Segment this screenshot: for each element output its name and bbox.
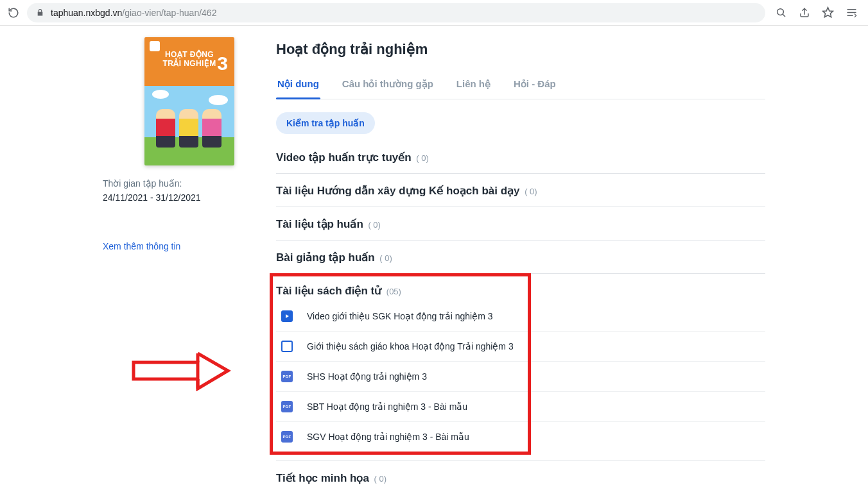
pdf-icon: PDF: [281, 371, 293, 382]
svg-marker-2: [823, 8, 833, 17]
sidebar: HOẠT ĐỘNG TRẢI NGHIỆM 3 Thời gian tập hu…: [0, 37, 276, 490]
main-content: Hoạt động trải nghiệm Nội dung Câu hỏi t…: [276, 37, 868, 490]
star-icon[interactable]: [822, 6, 834, 19]
resource-item[interactable]: Giới thiệu sách giáo khoa Hoạt động Trải…: [276, 331, 765, 361]
address-bar[interactable]: taphuan.nxbgd.vn/giao-vien/tap-huan/462: [27, 3, 765, 22]
reload-icon[interactable]: [6, 6, 21, 20]
svg-rect-6: [134, 362, 198, 379]
section-items: Video giới thiệu SGK Hoạt động trải nghi…: [276, 301, 765, 452]
slide-icon: [281, 341, 293, 352]
section[interactable]: Tài liệu tập huấn ( 0): [276, 207, 765, 241]
kid-illustration: [179, 109, 198, 148]
resource-item[interactable]: PDFSBT Hoạt động trải nghiệm 3 - Bài mẫu: [276, 391, 765, 421]
section-title: Tài liệu Hướng dẫn xây dựng Kế hoạch bài…: [276, 185, 520, 197]
section-title: Tài liệu tập huấn: [276, 218, 363, 230]
section[interactable]: Video tập huấn trực tuyến ( 0): [276, 140, 765, 174]
url-host: taphuan.nxbgd.vn: [51, 8, 122, 18]
kid-illustration: [156, 109, 175, 148]
resource-item[interactable]: PDFSGV Hoạt động trải nghiệm 3 - Bài mẫu: [276, 421, 765, 452]
zoom-icon[interactable]: [776, 7, 787, 19]
browser-toolbar: taphuan.nxbgd.vn/giao-vien/tap-huan/462: [0, 0, 868, 26]
cover-number: 3: [217, 53, 228, 74]
pdf-icon: PDF: [281, 401, 293, 412]
video-icon: [281, 310, 293, 322]
book-cover: HOẠT ĐỘNG TRẢI NGHIỆM 3: [144, 37, 234, 165]
lock-icon: [36, 8, 44, 17]
section-count: ( 0): [372, 474, 386, 484]
training-period-value: 24/11/2021 - 31/12/2021: [103, 192, 201, 203]
resource-item-label: Giới thiệu sách giáo khoa Hoạt động Trải…: [307, 341, 514, 351]
check-training-button[interactable]: Kiểm tra tập huấn: [276, 112, 375, 134]
svg-point-0: [777, 8, 784, 15]
tab-contact[interactable]: Liên hệ: [455, 72, 492, 99]
kid-illustration: [202, 109, 221, 148]
share-icon[interactable]: [799, 7, 810, 19]
section-title: Tiết học minh họa: [276, 472, 369, 484]
resource-item-label: Video giới thiệu SGK Hoạt động trải nghi…: [307, 311, 493, 321]
cloud-icon: [152, 90, 169, 99]
tab-qa[interactable]: Hỏi - Đáp: [512, 72, 557, 99]
pdf-icon: PDF: [281, 431, 293, 443]
resource-item-label: SBT Hoạt động trải nghiệm 3 - Bài mẫu: [307, 401, 467, 412]
section-count: ( 0): [366, 220, 381, 230]
svg-line-1: [783, 14, 785, 17]
tabs: Nội dung Câu hỏi thường gặp Liên hệ Hỏi …: [276, 72, 765, 99]
cloud-icon: [209, 95, 228, 105]
section-count: ( 0): [414, 153, 429, 163]
annotation-arrow-icon: [132, 351, 234, 394]
more-info-link[interactable]: Xem thêm thông tin: [103, 241, 180, 251]
resource-item[interactable]: PDFSHS Hoạt động trải nghiệm 3: [276, 361, 765, 391]
section-count: (05): [384, 287, 401, 296]
section-count: ( 0): [523, 187, 537, 196]
section-title: Bài giảng tập huấn: [276, 251, 375, 264]
section-title: Video tập huấn trực tuyến: [276, 151, 412, 164]
chrome-actions: [772, 6, 862, 19]
resource-item-label: SHS Hoạt động trải nghiệm 3: [307, 371, 427, 382]
section-count: ( 0): [378, 253, 392, 263]
publisher-logo-icon: [150, 41, 160, 51]
section[interactable]: Tài liệu Hướng dẫn xây dựng Kế hoạch bài…: [276, 174, 765, 207]
url-path: /giao-vien/tap-huan/462: [122, 8, 216, 18]
page-title: Hoạt động trải nghiệm: [276, 41, 765, 58]
tab-content[interactable]: Nội dung: [276, 72, 320, 99]
section[interactable]: Tài liệu sách điện tử (05)Video giới thi…: [276, 274, 765, 461]
resource-item-label: SGV Hoạt động trải nghiệm 3 - Bài mẫu: [307, 432, 469, 442]
tab-faq[interactable]: Câu hỏi thường gặp: [341, 72, 435, 99]
section-title: Tài liệu sách điện tử: [276, 285, 381, 297]
training-period-label: Thời gian tập huấn:: [103, 178, 182, 189]
section[interactable]: Bài giảng tập huấn ( 0): [276, 241, 765, 274]
reading-list-icon[interactable]: [846, 6, 858, 19]
section[interactable]: Tiết học minh họa ( 0): [276, 461, 765, 490]
resource-item[interactable]: Video giới thiệu SGK Hoạt động trải nghi…: [276, 301, 765, 331]
